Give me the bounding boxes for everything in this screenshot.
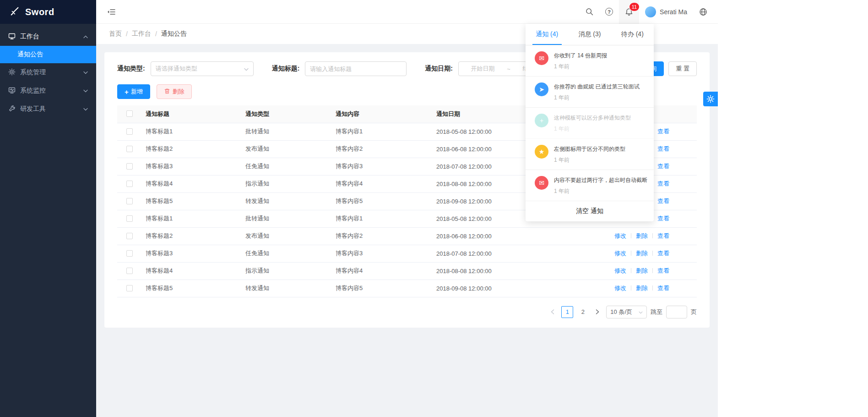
notification-item-icon: ➤	[535, 82, 548, 96]
breadcrumb-workbench[interactable]: 工作台	[132, 30, 151, 38]
jump-page-input[interactable]	[666, 306, 687, 318]
row-checkbox[interactable]	[126, 215, 133, 222]
cell-title: 博客标题5	[146, 280, 245, 297]
pagination: 1 2 10 条/页 跳至 页	[117, 306, 697, 318]
row-action-view[interactable]: 查看	[657, 145, 669, 152]
row-action-view[interactable]: 查看	[657, 128, 669, 135]
row-checkbox[interactable]	[126, 198, 133, 204]
notification-item[interactable]: ✉ 内容不要超过两行字，超出时自动截断 1 年前	[526, 170, 654, 201]
cell-title: 博客标题4	[146, 262, 245, 280]
notification-time: 1 年前	[554, 125, 631, 133]
notification-title: 你推荐的 曲妮妮 已通过第三轮面试	[554, 82, 640, 91]
notifications-bell[interactable]: 11	[619, 0, 639, 24]
page-number-1[interactable]: 1	[561, 306, 573, 318]
notification-time: 1 年前	[554, 94, 640, 102]
row-action-view[interactable]: 查看	[657, 250, 669, 257]
sidebar-item-workbench[interactable]: 工作台	[0, 27, 96, 46]
row-action-delete[interactable]: 删除	[636, 232, 648, 239]
page-size-select[interactable]: 10 条/页	[606, 306, 647, 318]
logo[interactable]: Sword	[0, 0, 96, 24]
notice-type-label: 通知类型:	[117, 65, 145, 73]
notification-item[interactable]: ★ 左侧图标用于区分不同的类型 1 年前	[526, 139, 654, 170]
notification-item[interactable]: ✉ 你收到了 14 份新周报 1 年前	[526, 45, 654, 77]
row-checkbox[interactable]	[126, 146, 133, 152]
row-action-edit[interactable]: 修改	[614, 267, 626, 274]
row-checkbox[interactable]	[126, 163, 133, 170]
prev-page-button[interactable]	[548, 306, 558, 318]
row-action-view[interactable]: 查看	[657, 163, 669, 170]
trash-icon	[164, 88, 170, 96]
user-menu[interactable]: Serati Ma	[639, 0, 693, 24]
select-all-checkbox[interactable]	[126, 110, 133, 117]
menu-collapse-button[interactable]	[104, 6, 118, 18]
wrench-icon	[8, 105, 16, 114]
search-icon[interactable]	[580, 0, 599, 24]
row-checkbox[interactable]	[126, 181, 133, 187]
table-row: 博客标题3 任免通知 博客内容3 2018-07-08 12:00:00 修改删…	[117, 245, 697, 262]
help-icon[interactable]: ?	[599, 0, 619, 24]
reset-button[interactable]: 重 置	[668, 61, 697, 76]
tab-messages[interactable]: 消息 (3)	[568, 24, 611, 45]
breadcrumb-separator: /	[155, 30, 157, 38]
row-checkbox[interactable]	[126, 128, 133, 135]
breadcrumb-separator: /	[126, 30, 128, 38]
cell-content: 博客内容3	[336, 245, 436, 262]
sidebar: Sword 工作台 通知公告	[0, 0, 96, 417]
notice-title-input[interactable]	[305, 61, 407, 76]
row-action-view[interactable]: 查看	[657, 215, 669, 222]
row-action-view[interactable]: 查看	[657, 267, 669, 274]
cell-date: 2018-06-08 12:00:00	[436, 227, 551, 245]
row-action-view[interactable]: 查看	[657, 180, 669, 187]
tab-todos[interactable]: 待办 (4)	[611, 24, 654, 45]
notification-time: 1 年前	[554, 63, 607, 71]
row-action-view[interactable]: 查看	[657, 198, 669, 204]
row-action-delete[interactable]: 删除	[636, 250, 648, 257]
chevron-down-icon	[244, 65, 249, 72]
notification-item[interactable]: + 这种模板可以区分多种通知类型 1 年前	[526, 108, 654, 139]
theme-settings-button[interactable]	[703, 92, 718, 106]
gear-icon	[8, 68, 16, 77]
next-page-button[interactable]	[592, 306, 602, 318]
row-action-view[interactable]: 查看	[657, 285, 669, 291]
breadcrumb-home[interactable]: 首页	[109, 30, 122, 38]
add-button[interactable]: + 新增	[117, 84, 150, 99]
sidebar-item-dev-tools[interactable]: 研发工具	[0, 100, 96, 118]
sidebar-item-notice-announcement[interactable]: 通知公告	[0, 46, 96, 63]
row-action-edit[interactable]: 修改	[614, 285, 626, 291]
cell-title: 博客标题1	[146, 123, 245, 140]
clear-notifications-button[interactable]: 清空 通知	[526, 201, 654, 221]
delete-button[interactable]: 删除	[157, 84, 192, 99]
notice-type-select[interactable]: 请选择通知类型	[151, 61, 254, 76]
row-action-delete[interactable]: 删除	[636, 267, 648, 274]
row-checkbox[interactable]	[126, 268, 133, 274]
cell-date: 2018-07-08 12:00:00	[436, 245, 551, 262]
row-action-delete[interactable]: 删除	[636, 285, 648, 291]
cell-content: 博客内容4	[336, 262, 436, 280]
cell-content: 博客内容4	[336, 175, 436, 192]
row-checkbox[interactable]	[126, 250, 133, 257]
column-type: 通知类型	[245, 105, 336, 123]
page-number-2[interactable]: 2	[577, 306, 589, 318]
sidebar-item-system-admin[interactable]: 系统管理	[0, 63, 96, 82]
row-checkbox[interactable]	[126, 233, 133, 239]
notification-time: 1 年前	[554, 187, 645, 195]
language-globe-icon[interactable]	[693, 0, 713, 24]
row-action-edit[interactable]: 修改	[614, 232, 626, 239]
row-action-edit[interactable]: 修改	[614, 250, 626, 257]
row-action-view[interactable]: 查看	[657, 232, 669, 239]
topbar-actions: ? 11 Serati Ma	[580, 0, 713, 24]
jump-label: 跳至	[651, 308, 662, 316]
sidebar-item-system-monitor[interactable]: 系统监控	[0, 82, 96, 100]
cell-content: 博客内容3	[336, 158, 436, 175]
app-title: Sword	[25, 7, 54, 17]
row-checkbox[interactable]	[126, 285, 133, 291]
cell-type: 发布通知	[245, 227, 336, 245]
notification-title: 这种模板可以区分多种通知类型	[554, 114, 631, 122]
monitor-icon	[8, 33, 16, 41]
column-title: 通知标题	[146, 105, 245, 123]
notification-item[interactable]: ➤ 你推荐的 曲妮妮 已通过第三轮面试 1 年前	[526, 77, 654, 108]
gear-icon	[706, 95, 715, 103]
tab-notifications[interactable]: 通知 (4)	[526, 24, 568, 45]
sidebar-item-label: 系统监控	[20, 87, 46, 95]
cell-content: 博客内容2	[336, 140, 436, 158]
